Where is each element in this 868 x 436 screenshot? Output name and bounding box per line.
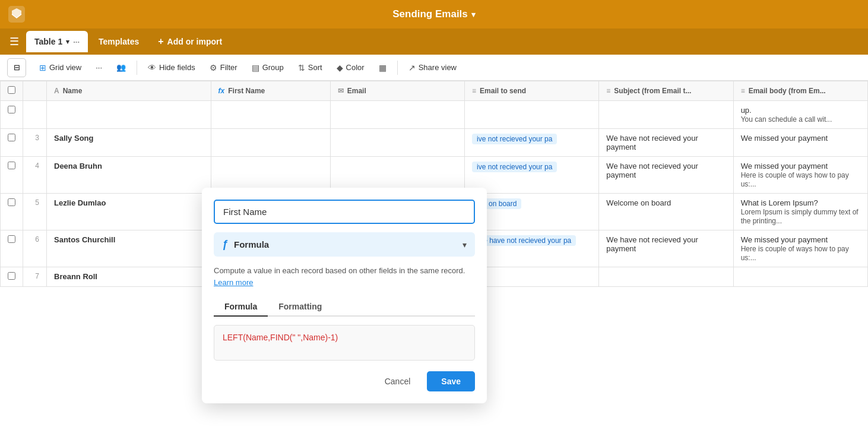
more-icon: ··· xyxy=(96,63,102,72)
group-button[interactable]: ▤ Group xyxy=(246,60,290,75)
table-tab-label: Table 1 xyxy=(34,37,62,46)
filter-button[interactable]: ⚙ Filter xyxy=(204,60,243,75)
sidebar-toggle-button[interactable]: ⊟ xyxy=(7,58,26,77)
learn-more-link[interactable]: Learn more xyxy=(214,278,253,287)
table-tab[interactable]: Table 1 ▾ ··· xyxy=(26,31,88,52)
sidebar-icon: ⊟ xyxy=(14,63,20,72)
field-type-selector[interactable]: ƒ Formula ▾ xyxy=(214,232,475,257)
add-import-label: Add or import xyxy=(167,37,223,46)
toolbar-separator xyxy=(137,61,137,75)
collaborators-button[interactable]: 👥 xyxy=(110,60,132,75)
tab-formatting[interactable]: Formatting xyxy=(268,298,332,317)
gallery-button[interactable]: ▦ xyxy=(373,60,392,75)
color-icon: ◆ xyxy=(337,63,343,72)
filter-icon: ⚙ xyxy=(210,63,217,72)
field-type-label: Formula xyxy=(234,239,269,249)
hide-fields-icon: 👁 xyxy=(148,63,156,72)
share-view-button[interactable]: ↗ Share view xyxy=(403,60,462,75)
add-import-icon: + xyxy=(158,36,163,47)
field-name-input[interactable] xyxy=(214,200,475,224)
grid-view-button[interactable]: ⊞ Grid view xyxy=(33,60,87,75)
table-tab-chevron-icon: ▾ xyxy=(66,38,69,46)
share-icon: ↗ xyxy=(408,63,416,72)
templates-tab[interactable]: Templates xyxy=(90,31,147,52)
hide-fields-label: Hide fields xyxy=(159,63,195,72)
color-label: Color xyxy=(346,63,365,72)
group-label: Group xyxy=(262,63,284,72)
app-logo xyxy=(7,5,26,24)
table-tab-dots[interactable]: ··· xyxy=(73,37,80,46)
popup-tabs: Formula Formatting xyxy=(214,298,475,317)
toolbar: ⊟ ⊞ Grid view ··· 👥 👁 Hide fields ⚙ Filt… xyxy=(0,55,868,81)
hide-fields-button[interactable]: 👁 Hide fields xyxy=(142,60,201,75)
share-view-label: Share view xyxy=(419,63,457,72)
toolbar-separator-2 xyxy=(397,61,398,75)
add-import-button[interactable]: + Add or import xyxy=(150,36,230,47)
templates-tab-label: Templates xyxy=(99,37,139,46)
grid-view-icon: ⊞ xyxy=(39,63,46,72)
popup-overlay: ƒ Formula ▾ Compute a value in each reco… xyxy=(0,81,868,436)
sort-button[interactable]: ⇅ Sort xyxy=(292,60,328,75)
tab-formula[interactable]: Formula xyxy=(214,298,268,317)
title-chevron-icon: ▾ xyxy=(471,10,476,19)
table-container: A Name fx First Name ✉ Email xyxy=(0,81,868,436)
color-button[interactable]: ◆ Color xyxy=(331,60,370,75)
filter-label: Filter xyxy=(220,63,237,72)
popup-actions: Cancel Save xyxy=(214,371,475,391)
top-bar: Sending Emails ▾ xyxy=(0,0,868,29)
field-editor-popup: ƒ Formula ▾ Compute a value in each reco… xyxy=(202,188,487,403)
cancel-button[interactable]: Cancel xyxy=(375,372,420,391)
field-description: Compute a value in each record based on … xyxy=(214,265,475,288)
nav-bar: ☰ Table 1 ▾ ··· Templates + Add or impor… xyxy=(0,29,868,55)
field-type-chevron-icon: ▾ xyxy=(462,240,467,249)
sort-icon: ⇅ xyxy=(298,63,305,72)
app-title: Sending Emails ▾ xyxy=(392,8,476,20)
group-icon: ▤ xyxy=(252,63,259,72)
people-icon: 👥 xyxy=(116,63,126,72)
formula-type-icon: ƒ xyxy=(222,238,228,251)
gallery-icon: ▦ xyxy=(379,63,387,72)
more-options-button[interactable]: ··· xyxy=(90,60,108,75)
formula-editor[interactable]: LEFT(Name,FIND(" ",Name)-1) xyxy=(214,325,475,361)
menu-icon[interactable]: ☰ xyxy=(5,31,24,52)
grid-view-label: Grid view xyxy=(49,63,81,72)
save-button[interactable]: Save xyxy=(427,371,475,391)
sort-label: Sort xyxy=(308,63,322,72)
